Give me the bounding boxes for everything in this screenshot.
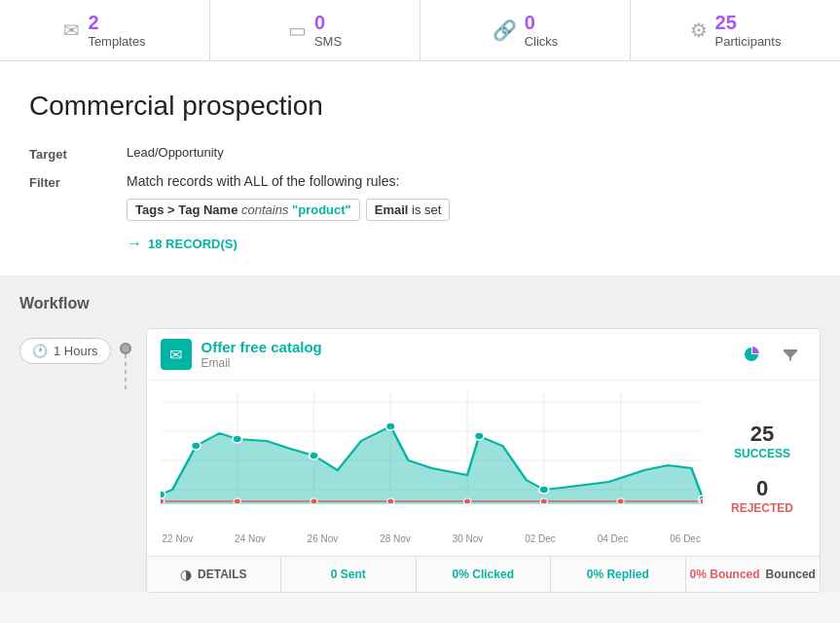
filter-tag2-field: Email xyxy=(375,202,409,217)
pie-chart-button[interactable] xyxy=(736,339,767,370)
footer-bounced[interactable]: 0% Bounced Bounced xyxy=(686,557,821,592)
templates-label: Templates xyxy=(88,34,145,49)
timeline-line xyxy=(125,354,127,393)
x-label-7: 06 Dec xyxy=(670,533,701,544)
x-label-2: 26 Nov xyxy=(308,533,339,544)
sms-label: SMS xyxy=(314,34,342,49)
svg-point-15 xyxy=(309,452,318,459)
target-value: Lead/Opportunity xyxy=(127,145,811,162)
filter-tag2-op: is set xyxy=(412,202,441,217)
svg-point-16 xyxy=(385,422,395,430)
rejected-label: REJECTED xyxy=(718,501,806,515)
timeline-dot xyxy=(120,343,131,354)
hours-label: 1 Hours xyxy=(54,344,98,358)
svg-point-24 xyxy=(463,498,470,504)
filter-section: Match records with ALL of the following … xyxy=(127,173,811,252)
x-label-0: 22 Nov xyxy=(163,533,194,544)
participants-label: Participants xyxy=(715,34,782,49)
workflow-row: 🕐 1 Hours ✉ Offer free catalog Email xyxy=(19,328,821,593)
svg-point-23 xyxy=(386,498,393,504)
clicks-icon: 🔗 xyxy=(493,18,517,42)
details-label: DETAILS xyxy=(198,568,246,581)
x-label-4: 30 Nov xyxy=(453,533,484,544)
clicks-count: 0 xyxy=(525,12,559,34)
rejected-count: 0 xyxy=(718,476,806,501)
chart-stats: 25 SUCCESS 0 REJECTED xyxy=(718,392,806,544)
email-card-type: Email xyxy=(201,356,322,370)
sms-count: 0 xyxy=(314,12,342,34)
card-actions xyxy=(736,339,806,370)
nav-templates[interactable]: ✉ 2 Templates xyxy=(0,0,210,60)
top-navigation: ✉ 2 Templates ▭ 0 SMS 🔗 0 Clicks ⚙ 25 Pa… xyxy=(0,0,840,61)
card-footer: ◑ DETAILS 0 Sent 0% Clicked 0% Replied 0… xyxy=(147,556,820,592)
sms-icon: ▭ xyxy=(288,18,307,42)
email-card: ✉ Offer free catalog Email xyxy=(146,328,821,593)
clicks-label: Clicks xyxy=(525,34,559,49)
records-count: 18 RECORD(S) xyxy=(148,237,237,251)
nav-sms[interactable]: ▭ 0 SMS xyxy=(210,0,420,60)
clicked-value: 0% Clicked xyxy=(453,568,514,581)
success-stat: 25 SUCCESS xyxy=(718,421,806,460)
filter-tag1-op: contains xyxy=(241,202,292,217)
nav-participants[interactable]: ⚙ 25 Participants xyxy=(631,0,840,60)
chart-svg xyxy=(161,392,703,529)
email-card-header: ✉ Offer free catalog Email xyxy=(147,329,820,381)
templates-icon: ✉ xyxy=(63,18,80,42)
x-label-5: 02 Dec xyxy=(525,533,556,544)
rejected-stat: 0 REJECTED xyxy=(718,476,806,515)
target-label: Target xyxy=(29,145,127,162)
replied-value: 0% Replied xyxy=(587,568,649,581)
email-card-title: ✉ Offer free catalog Email xyxy=(161,339,322,370)
filter-tag-1: Tags > Tag Name contains "product" xyxy=(127,199,360,221)
participants-count: 25 xyxy=(715,12,782,34)
templates-count: 2 xyxy=(88,12,145,34)
pie-footer-icon: ◑ xyxy=(180,567,192,582)
footer-clicked[interactable]: 0% Clicked xyxy=(417,557,552,592)
workflow-title: Workflow xyxy=(19,295,821,312)
success-label: SUCCESS xyxy=(718,447,806,460)
svg-point-18 xyxy=(539,486,549,494)
filter-tag1-field: Tags > Tag Name xyxy=(135,202,237,217)
arrow-icon: → xyxy=(127,235,142,252)
timeline xyxy=(111,328,140,393)
clock-icon: 🕐 xyxy=(32,344,48,358)
filter-tag-2: Email is set xyxy=(366,199,451,221)
filter-button[interactable] xyxy=(775,339,806,370)
x-label-6: 04 Dec xyxy=(598,533,629,544)
page-title: Commercial prospection xyxy=(29,91,811,122)
svg-point-13 xyxy=(191,442,201,450)
filter-label: Filter xyxy=(29,173,127,252)
participants-icon: ⚙ xyxy=(690,18,708,42)
bounced-value: 0% Bounced xyxy=(690,568,760,581)
footer-sent[interactable]: 0 Sent xyxy=(281,557,417,592)
x-label-3: 28 Nov xyxy=(380,533,411,544)
success-count: 25 xyxy=(718,421,806,447)
records-link[interactable]: → 18 RECORD(S) xyxy=(127,235,811,252)
info-grid: Target Lead/Opportunity Filter Match rec… xyxy=(29,145,811,252)
filter-icon xyxy=(783,347,798,362)
nav-clicks[interactable]: 🔗 0 Clicks xyxy=(420,0,631,60)
chart-wrapper: 22 Nov 24 Nov 26 Nov 28 Nov 30 Nov 02 De… xyxy=(147,381,820,556)
chart-area: 22 Nov 24 Nov 26 Nov 28 Nov 30 Nov 02 De… xyxy=(161,392,703,544)
hours-badge: 🕐 1 Hours xyxy=(19,338,111,364)
svg-point-25 xyxy=(540,498,547,504)
svg-point-14 xyxy=(232,435,241,443)
chart-x-labels: 22 Nov 24 Nov 26 Nov 28 Nov 30 Nov 02 De… xyxy=(161,533,703,544)
filter-tags: Tags > Tag Name contains "product" Email… xyxy=(127,199,811,221)
svg-point-27 xyxy=(699,498,703,504)
svg-point-12 xyxy=(161,491,165,498)
main-content: Commercial prospection Target Lead/Oppor… xyxy=(0,61,840,275)
pie-chart-icon xyxy=(743,346,760,363)
svg-point-22 xyxy=(310,498,316,504)
email-icon: ✉ xyxy=(161,339,192,370)
x-label-1: 24 Nov xyxy=(235,533,266,544)
footer-details[interactable]: ◑ DETAILS xyxy=(147,557,282,592)
svg-point-17 xyxy=(474,432,484,440)
email-card-name: Offer free catalog xyxy=(201,339,322,355)
svg-point-21 xyxy=(234,498,240,504)
footer-replied[interactable]: 0% Replied xyxy=(551,557,686,592)
sent-value: 0 Sent xyxy=(331,568,366,581)
svg-point-20 xyxy=(161,498,164,504)
bounced-label: Bounced xyxy=(766,568,816,581)
filter-description: Match records with ALL of the following … xyxy=(127,173,811,189)
